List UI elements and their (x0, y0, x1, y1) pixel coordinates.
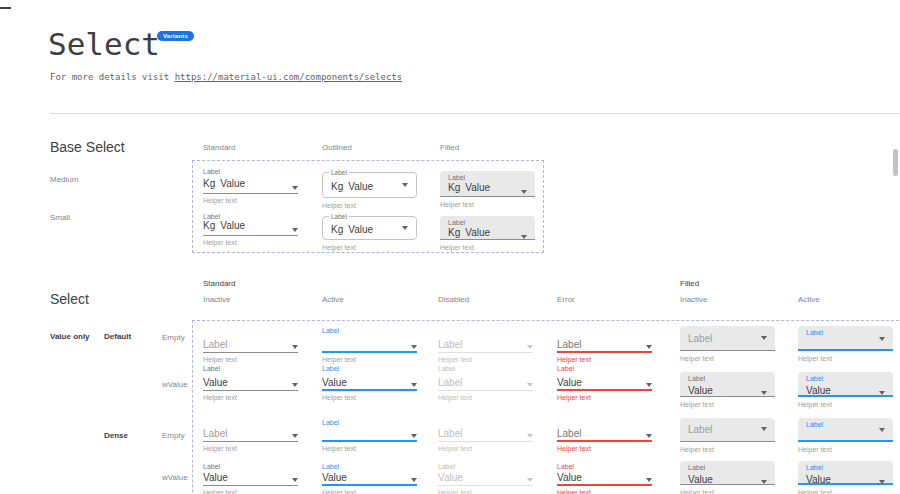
rowlab-value-only: Value only (50, 332, 90, 341)
std-inactive-empty-default: Label Helper text (203, 326, 298, 364)
floating-label: Label (557, 364, 652, 373)
group-filled: Filled (680, 279, 699, 288)
dropdown-arrow-icon (646, 345, 652, 349)
top-left-dash (0, 7, 11, 9)
select-control[interactable] (322, 335, 417, 353)
std-error-empty-default: Label Helper text (557, 326, 652, 364)
floating-label: Label (322, 364, 417, 373)
subtitle: For more details visit https://material-… (50, 72, 402, 82)
select-value: Value (322, 472, 347, 483)
select-states-frame (192, 320, 900, 494)
dropdown-arrow-icon (879, 428, 885, 432)
helper-text: Helper text (203, 394, 298, 402)
filled-active-wvalue-dense: Label Value Helper text (798, 461, 893, 494)
select-placeholder: Label (557, 428, 581, 439)
floating-label: Label (806, 463, 885, 472)
select-value: Value (557, 472, 582, 483)
helper-text: Helper text (557, 356, 652, 364)
select-control[interactable]: KgValue (203, 176, 298, 194)
select-control[interactable]: Value (557, 471, 652, 486)
select-control[interactable]: Label (203, 427, 298, 442)
helper-text: Helper text (680, 355, 775, 363)
dropdown-arrow-icon (879, 391, 885, 395)
dropdown-arrow-icon (879, 480, 885, 484)
select-control[interactable]: Label KgValue (322, 172, 417, 198)
select-control[interactable]: Label KgValue (440, 171, 535, 197)
helper-text: Helper text (557, 489, 652, 494)
floating-label: Label (438, 462, 533, 471)
dropdown-arrow-icon (527, 478, 533, 482)
helper-text: Helper text (322, 202, 417, 210)
vertical-scrollbar[interactable] (893, 149, 898, 176)
std-error-empty-dense: Label Helper text (557, 418, 652, 453)
select-control[interactable]: Label (798, 326, 893, 351)
select-value: Value (322, 377, 347, 388)
select-control[interactable]: Label (203, 335, 298, 353)
page-title: Select (48, 27, 160, 61)
helper-text: Helper text (440, 244, 535, 252)
select-control[interactable]: Label Value (680, 461, 775, 485)
std-error-wvalue-default: Label Value Helper text (557, 364, 652, 402)
rowlab-default: Default (104, 332, 131, 341)
variants-badge: Variants (157, 31, 194, 41)
select-control[interactable]: Label Value (680, 372, 775, 397)
subtitle-text: For more details visit (50, 72, 175, 82)
select-value: Value (348, 224, 373, 235)
select-value: Value (557, 377, 582, 388)
helper-text: Helper text (203, 356, 298, 364)
select-control[interactable]: Label (680, 326, 775, 351)
adornment: Kg (331, 224, 343, 235)
filled-active-wvalue-default: Label Value Helper text (798, 372, 893, 409)
select-control[interactable]: Value (322, 471, 417, 486)
adornment: Kg (203, 220, 215, 231)
select-control[interactable]: Label KgValue (440, 216, 535, 240)
std-error-wvalue-dense: Label Value Helper text (557, 462, 652, 494)
dropdown-arrow-icon (646, 478, 652, 482)
select-value: Value (465, 182, 490, 193)
select-control[interactable]: Value (557, 373, 652, 391)
helper-text: Helper text (322, 244, 417, 252)
select-control[interactable]: Value (203, 373, 298, 391)
select-control[interactable]: Label KgValue (322, 216, 417, 240)
floating-label: Label (806, 374, 885, 383)
floating-label: Label (203, 462, 298, 471)
dropdown-arrow-icon (411, 478, 417, 482)
floating-label: Label (806, 420, 885, 429)
select-control[interactable]: Label (680, 418, 775, 442)
material-ui-link[interactable]: https://material-ui.com/components/selec… (175, 72, 403, 82)
select-control[interactable]: Value (322, 373, 417, 391)
base-standard-medium-select: Label KgValue Helper text (203, 167, 298, 205)
colhead-std-disabled: Disabled (438, 295, 469, 304)
helper-text: Helper text (680, 401, 775, 409)
select-control[interactable]: Label (557, 335, 652, 353)
helper-text: Helper text (680, 446, 775, 454)
select-control: Label (438, 373, 533, 391)
select-control[interactable]: Label (557, 427, 652, 442)
dropdown-arrow-icon (402, 183, 408, 187)
select-control[interactable] (322, 427, 417, 442)
adornment: Kg (448, 227, 460, 238)
select-value: Value (220, 220, 245, 231)
select-control[interactable]: KgValue (203, 221, 298, 236)
select-placeholder: Label (203, 339, 227, 350)
helper-text: Helper text (438, 356, 533, 364)
base-outlined-medium-select: Label KgValue Helper text (322, 172, 417, 210)
dropdown-arrow-icon (292, 228, 298, 232)
dropdown-arrow-icon (292, 434, 298, 438)
select-control[interactable]: Value (203, 471, 298, 486)
dropdown-arrow-icon (879, 337, 885, 341)
std-active-empty-dense: Label Helper text (322, 418, 417, 453)
dropdown-arrow-icon (646, 434, 652, 438)
helper-text: Helper text (322, 394, 417, 402)
select-value: Value (203, 377, 228, 388)
select-control[interactable]: Label Value (798, 461, 893, 485)
std-inactive-wvalue-dense: Label Value Helper text (203, 462, 298, 494)
select-control[interactable]: Label Value (798, 372, 893, 397)
base-filled-medium-select: Label KgValue Helper text (440, 171, 535, 209)
dropdown-arrow-icon (761, 427, 767, 431)
helper-text: Helper text (557, 445, 652, 453)
floating-label: Label (806, 328, 885, 337)
dropdown-arrow-icon (761, 480, 767, 484)
select-control[interactable]: Label (798, 418, 893, 442)
floating-label: Label (438, 364, 533, 373)
